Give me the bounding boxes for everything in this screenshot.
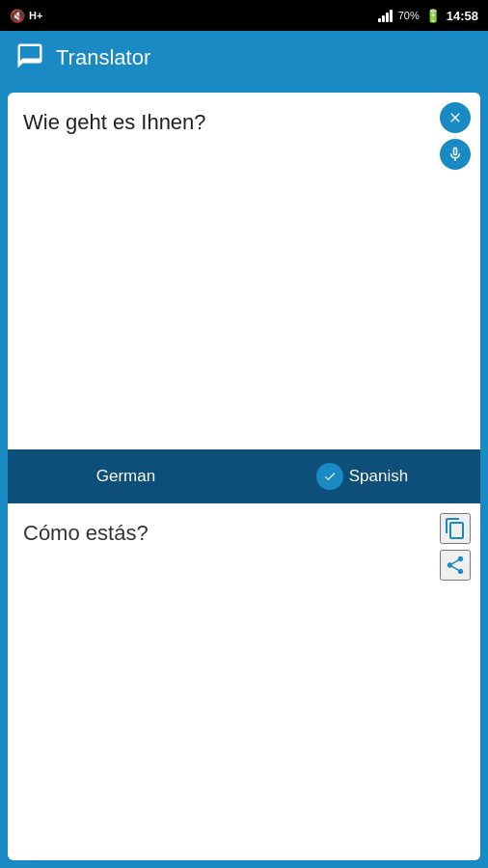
battery-percent: 70%	[398, 10, 420, 21]
target-language-label: Spanish	[349, 467, 408, 486]
language-check-indicator	[316, 463, 343, 490]
signal-bar-2	[382, 15, 385, 22]
source-language-label: German	[96, 467, 155, 486]
input-text[interactable]: Wie geht es Ihnen?	[8, 93, 480, 449]
source-language-button[interactable]: German	[8, 449, 244, 503]
app-title: Translator	[56, 45, 150, 70]
clock: 14:58	[447, 9, 478, 23]
main-content: Wie geht es Ihnen? German Spanish C	[0, 85, 488, 868]
input-section: Wie geht es Ihnen?	[8, 93, 480, 449]
translator-app-icon	[15, 41, 44, 74]
signal-bar-3	[386, 13, 389, 22]
language-bar: German Spanish	[8, 449, 480, 503]
mic-button[interactable]	[440, 139, 471, 170]
status-bar-left: 🔇 H+	[10, 9, 42, 23]
output-text: Cómo estás?	[8, 503, 480, 860]
status-bar: 🔇 H+ 70% 🔋 14:58	[0, 0, 488, 31]
clear-button[interactable]	[440, 102, 471, 133]
output-section: Cómo estás?	[8, 503, 480, 860]
battery-icon: 🔋	[425, 9, 441, 23]
signal-bar-4	[390, 10, 393, 22]
mute-icon: 🔇	[10, 9, 25, 23]
target-language-button[interactable]: Spanish	[244, 449, 480, 503]
share-button[interactable]	[440, 550, 471, 581]
app-bar: Translator	[0, 31, 488, 85]
copy-button[interactable]	[440, 513, 471, 544]
signal-bars	[378, 9, 393, 22]
signal-bar-1	[378, 18, 381, 22]
hplus-icon: H+	[29, 10, 42, 21]
